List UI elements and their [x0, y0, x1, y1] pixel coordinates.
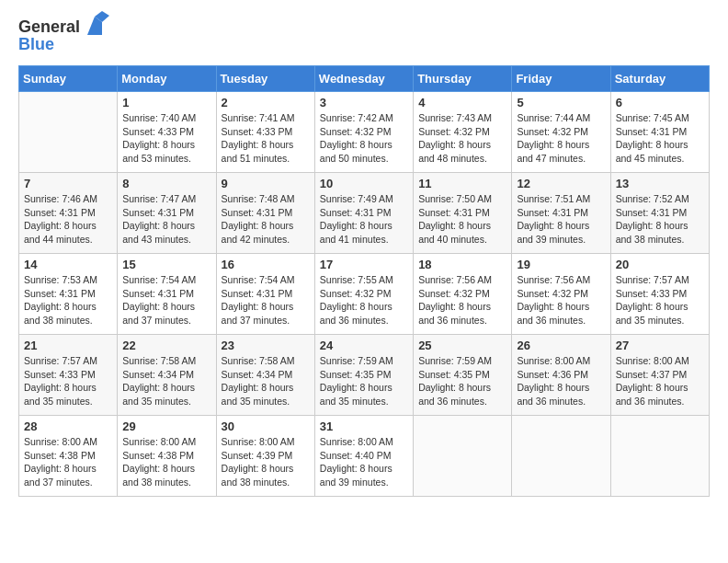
calendar-cell: 25Sunrise: 7:59 AM Sunset: 4:35 PM Dayli… [414, 335, 512, 416]
day-info: Sunrise: 7:54 AM Sunset: 4:31 PM Dayligh… [222, 273, 310, 327]
calendar-cell: 30Sunrise: 8:00 AM Sunset: 4:39 PM Dayli… [216, 416, 314, 497]
calendar-cell: 18Sunrise: 7:56 AM Sunset: 4:32 PM Dayli… [414, 254, 512, 335]
calendar-cell: 28Sunrise: 8:00 AM Sunset: 4:38 PM Dayli… [19, 416, 118, 497]
logo: General Blue [18, 15, 109, 54]
calendar-cell: 16Sunrise: 7:54 AM Sunset: 4:31 PM Dayli… [216, 254, 314, 335]
day-number: 27 [616, 339, 704, 352]
day-info: Sunrise: 7:58 AM Sunset: 4:34 PM Dayligh… [122, 354, 210, 408]
day-info: Sunrise: 8:00 AM Sunset: 4:40 PM Dayligh… [320, 435, 408, 489]
week-row-4: 28Sunrise: 8:00 AM Sunset: 4:38 PM Dayli… [19, 416, 710, 497]
calendar-cell: 31Sunrise: 8:00 AM Sunset: 4:40 PM Dayli… [314, 416, 413, 497]
day-info: Sunrise: 7:43 AM Sunset: 4:32 PM Dayligh… [418, 111, 506, 166]
calendar-cell: 8Sunrise: 7:47 AM Sunset: 4:31 PM Daylig… [118, 173, 216, 254]
calendar-cell: 12Sunrise: 7:51 AM Sunset: 4:31 PM Dayli… [512, 173, 610, 254]
col-header-wednesday: Wednesday [314, 66, 413, 92]
calendar-cell: 20Sunrise: 7:57 AM Sunset: 4:33 PM Dayli… [610, 254, 709, 335]
day-info: Sunrise: 8:00 AM Sunset: 4:37 PM Dayligh… [616, 354, 704, 408]
calendar-cell: 1Sunrise: 7:40 AM Sunset: 4:33 PM Daylig… [118, 92, 216, 173]
day-number: 19 [517, 258, 605, 271]
day-number: 8 [122, 177, 210, 190]
day-number: 21 [24, 339, 112, 352]
calendar-cell: 27Sunrise: 8:00 AM Sunset: 4:37 PM Dayli… [610, 335, 709, 416]
col-header-thursday: Thursday [414, 66, 512, 92]
calendar-cell [610, 416, 709, 497]
week-row-2: 14Sunrise: 7:53 AM Sunset: 4:31 PM Dayli… [19, 254, 710, 335]
day-number: 2 [222, 96, 310, 109]
calendar-cell: 26Sunrise: 8:00 AM Sunset: 4:36 PM Dayli… [512, 335, 610, 416]
logo-bird-icon [82, 11, 109, 39]
calendar-cell: 19Sunrise: 7:56 AM Sunset: 4:32 PM Dayli… [512, 254, 610, 335]
day-info: Sunrise: 7:41 AM Sunset: 4:33 PM Dayligh… [222, 111, 310, 166]
day-number: 13 [616, 177, 704, 190]
calendar-cell: 21Sunrise: 7:57 AM Sunset: 4:33 PM Dayli… [19, 335, 118, 416]
day-info: Sunrise: 7:52 AM Sunset: 4:31 PM Dayligh… [616, 192, 704, 247]
day-info: Sunrise: 8:00 AM Sunset: 4:38 PM Dayligh… [122, 435, 210, 489]
calendar-cell: 14Sunrise: 7:53 AM Sunset: 4:31 PM Dayli… [19, 254, 118, 335]
day-number: 14 [24, 258, 112, 271]
day-number: 31 [320, 419, 408, 433]
col-header-saturday: Saturday [610, 66, 709, 92]
day-number: 20 [616, 258, 704, 271]
day-info: Sunrise: 7:46 AM Sunset: 4:31 PM Dayligh… [24, 192, 112, 247]
day-number: 26 [517, 339, 605, 352]
day-number: 6 [616, 96, 704, 109]
day-number: 25 [418, 339, 506, 352]
week-row-0: 1Sunrise: 7:40 AM Sunset: 4:33 PM Daylig… [19, 92, 710, 173]
calendar-cell: 9Sunrise: 7:48 AM Sunset: 4:31 PM Daylig… [216, 173, 314, 254]
day-number: 24 [320, 339, 408, 352]
col-header-tuesday: Tuesday [216, 66, 314, 92]
calendar-cell: 4Sunrise: 7:43 AM Sunset: 4:32 PM Daylig… [414, 92, 512, 173]
day-info: Sunrise: 7:56 AM Sunset: 4:32 PM Dayligh… [517, 273, 605, 327]
day-info: Sunrise: 7:51 AM Sunset: 4:31 PM Dayligh… [517, 192, 605, 247]
day-number: 30 [222, 419, 310, 433]
day-info: Sunrise: 7:50 AM Sunset: 4:31 PM Dayligh… [418, 192, 506, 247]
day-info: Sunrise: 7:59 AM Sunset: 4:35 PM Dayligh… [418, 354, 506, 408]
day-info: Sunrise: 7:45 AM Sunset: 4:31 PM Dayligh… [616, 111, 704, 166]
calendar-cell [19, 92, 118, 173]
logo: General Blue [18, 15, 109, 54]
day-info: Sunrise: 7:56 AM Sunset: 4:32 PM Dayligh… [418, 273, 506, 327]
day-number: 17 [320, 258, 408, 271]
day-info: Sunrise: 7:44 AM Sunset: 4:32 PM Dayligh… [517, 111, 605, 166]
day-number: 7 [24, 177, 112, 190]
day-number: 23 [222, 339, 310, 352]
calendar-table: SundayMondayTuesdayWednesdayThursdayFrid… [18, 65, 710, 497]
day-info: Sunrise: 7:42 AM Sunset: 4:32 PM Dayligh… [320, 111, 408, 166]
day-info: Sunrise: 7:40 AM Sunset: 4:33 PM Dayligh… [122, 111, 210, 166]
day-number: 12 [517, 177, 605, 190]
day-number: 4 [418, 96, 506, 109]
calendar-cell: 23Sunrise: 7:58 AM Sunset: 4:34 PM Dayli… [216, 335, 314, 416]
day-info: Sunrise: 7:57 AM Sunset: 4:33 PM Dayligh… [24, 354, 112, 408]
day-info: Sunrise: 8:00 AM Sunset: 4:36 PM Dayligh… [517, 354, 605, 408]
day-info: Sunrise: 7:53 AM Sunset: 4:31 PM Dayligh… [24, 273, 112, 327]
calendar-cell [414, 416, 512, 497]
page-header: General Blue [18, 15, 710, 54]
calendar-cell: 17Sunrise: 7:55 AM Sunset: 4:32 PM Dayli… [314, 254, 413, 335]
calendar-cell: 15Sunrise: 7:54 AM Sunset: 4:31 PM Dayli… [118, 254, 216, 335]
day-info: Sunrise: 7:59 AM Sunset: 4:35 PM Dayligh… [320, 354, 408, 408]
day-number: 16 [222, 258, 310, 271]
calendar-cell: 10Sunrise: 7:49 AM Sunset: 4:31 PM Dayli… [314, 173, 413, 254]
calendar-cell [512, 416, 610, 497]
day-info: Sunrise: 8:00 AM Sunset: 4:39 PM Dayligh… [222, 435, 310, 489]
day-info: Sunrise: 7:47 AM Sunset: 4:31 PM Dayligh… [122, 192, 210, 247]
week-row-1: 7Sunrise: 7:46 AM Sunset: 4:31 PM Daylig… [19, 173, 710, 254]
day-number: 10 [320, 177, 408, 190]
col-header-friday: Friday [512, 66, 610, 92]
calendar-cell: 29Sunrise: 8:00 AM Sunset: 4:38 PM Dayli… [118, 416, 216, 497]
day-info: Sunrise: 7:57 AM Sunset: 4:33 PM Dayligh… [616, 273, 704, 327]
day-number: 11 [418, 177, 506, 190]
day-number: 15 [122, 258, 210, 271]
day-info: Sunrise: 7:54 AM Sunset: 4:31 PM Dayligh… [122, 273, 210, 327]
day-info: Sunrise: 7:49 AM Sunset: 4:31 PM Dayligh… [320, 192, 408, 247]
day-number: 9 [222, 177, 310, 190]
calendar-cell: 6Sunrise: 7:45 AM Sunset: 4:31 PM Daylig… [610, 92, 709, 173]
calendar-cell: 3Sunrise: 7:42 AM Sunset: 4:32 PM Daylig… [314, 92, 413, 173]
day-info: Sunrise: 7:48 AM Sunset: 4:31 PM Dayligh… [222, 192, 310, 247]
calendar-cell: 13Sunrise: 7:52 AM Sunset: 4:31 PM Dayli… [610, 173, 709, 254]
calendar-cell: 7Sunrise: 7:46 AM Sunset: 4:31 PM Daylig… [19, 173, 118, 254]
calendar-cell: 11Sunrise: 7:50 AM Sunset: 4:31 PM Dayli… [414, 173, 512, 254]
col-header-monday: Monday [118, 66, 216, 92]
day-info: Sunrise: 7:55 AM Sunset: 4:32 PM Dayligh… [320, 273, 408, 327]
day-number: 22 [122, 339, 210, 352]
